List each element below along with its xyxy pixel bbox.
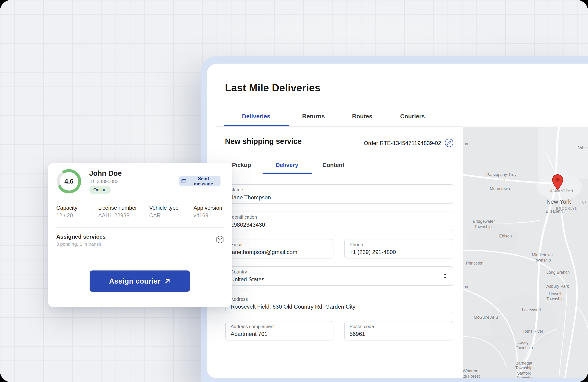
map-label: Hills (499, 178, 506, 182)
address-field-value: Roosevelt Field, 630 Old Country Rd, Gar… (231, 303, 355, 310)
map-label: Barnegat (515, 361, 532, 365)
screenshot-stage: Last Mile Deliveries Deliveries Returns … (0, 0, 588, 382)
tab-couriers[interactable]: Couriers (400, 113, 425, 120)
envelope-icon (181, 179, 186, 183)
email-field-label: Email (231, 242, 242, 247)
courier-id: ID. 348950831 (89, 179, 121, 184)
stat-license-value: AAHL-22938 (98, 212, 129, 218)
identification-field-label: Identification (231, 215, 257, 220)
map-label: on (463, 284, 468, 289)
country-select-value: United States (231, 276, 264, 282)
status-badge: Online (89, 186, 111, 194)
name-field-value: Jane Thompson (231, 194, 271, 201)
address-complement-field-label: Address complement (231, 324, 275, 329)
package-icon (216, 235, 224, 244)
map-label: Long Branch (546, 270, 570, 275)
subtab-content[interactable]: Content (322, 162, 345, 168)
address-field-label: Address (231, 297, 248, 302)
order-number: Order RTE-1345471194839-02 (364, 139, 441, 146)
subtabs-divider (216, 174, 462, 174)
send-message-button[interactable]: Send message (179, 176, 220, 186)
map-label: Stafford (517, 371, 531, 375)
map-label: Asbury Park (546, 284, 569, 289)
map-label: Middletown (532, 252, 553, 257)
identification-field[interactable]: Identification 29802343430 (225, 211, 453, 231)
map-label: Lacey (518, 340, 529, 344)
section-divider (216, 153, 462, 153)
screenshot-root: Last Mile Deliveries Deliveries Returns … (0, 0, 588, 382)
address-field[interactable]: Address Roosevelt Field, 630 Old Country… (225, 294, 453, 313)
postal-code-field-label: Postal code (350, 324, 374, 329)
email-field[interactable]: Email janethompson@gmail.com (225, 239, 333, 259)
assigned-services-title: Assigned services (56, 233, 106, 240)
map-label: Lakewood (522, 307, 541, 312)
tab-deliveries[interactable]: Deliveries (242, 113, 270, 120)
courier-name: John Doe (89, 169, 122, 178)
active-tab-underline (224, 125, 289, 126)
map-label: Township (534, 258, 551, 262)
section-title: New shipping service (225, 137, 302, 146)
stats-divider (93, 205, 93, 219)
courier-card: 4.6 John Doe ID. 348950831 Online Send m… (48, 163, 232, 307)
map-label: Township (546, 297, 564, 301)
phone-field-label: Phone (350, 242, 363, 247)
map-label: Township (516, 345, 533, 350)
country-select[interactable]: Country United States (225, 266, 453, 286)
edit-order-icon[interactable] (445, 138, 454, 147)
stat-appversion-value: v4169 (193, 212, 208, 218)
map-label: on (463, 142, 468, 146)
tab-returns[interactable]: Returns (302, 113, 325, 120)
tabs-divider (216, 126, 462, 127)
address-complement-field-value: Apartment 701 (231, 331, 268, 337)
phone-field[interactable]: Phone +1 (239) 291-4800 (344, 239, 453, 259)
map-pin[interactable] (552, 174, 563, 191)
stat-capacity-label: Capacity (56, 205, 77, 211)
map-label: Township (474, 224, 492, 229)
arrow-up-right-icon (164, 278, 171, 284)
map-label: Wharton (463, 369, 479, 373)
map-label: McGuire AFB (474, 315, 498, 320)
stat-vehicle-value: CAR (149, 212, 161, 218)
page-title: Last Mile Deliveries (225, 82, 321, 94)
assign-courier-button[interactable]: Assign courier (90, 270, 190, 292)
subtab-pickup[interactable]: Pickup (232, 162, 251, 168)
map-label: Toms River (523, 329, 543, 333)
address-complement-field[interactable]: Address complement Apartment 701 (225, 321, 333, 341)
map-panel[interactable]: on White Parsippany-Troy Hills Morristow… (463, 127, 588, 378)
map-label: Township (515, 365, 532, 370)
tab-routes[interactable]: Routes (352, 113, 373, 120)
subtab-delivery[interactable]: Delivery (276, 162, 298, 168)
map-label: Morristown (490, 186, 510, 191)
identification-field-value: 29802343430 (231, 221, 265, 228)
map-label: ate Forest (463, 374, 480, 378)
map-label: Elizabeth (546, 209, 563, 214)
card-divider (56, 227, 224, 228)
map-label: Princeton (466, 261, 483, 265)
map-label: Howell (549, 291, 561, 296)
map-label: Parsippany-Troy (486, 172, 516, 177)
map-label: QUEE (582, 200, 588, 204)
map-label-city: New York (546, 198, 571, 205)
postal-code-field[interactable]: Postal code 56961 (344, 321, 453, 341)
stat-vehicle-label: Vehicle type (149, 205, 179, 211)
email-field-value: janethompson@gmail.com (231, 249, 297, 255)
courier-rating: 4.6 (56, 168, 82, 194)
app-window: Last Mile Deliveries Deliveries Returns … (207, 64, 588, 378)
stat-license-label: License number (98, 205, 137, 211)
stat-appversion-label: App version (193, 205, 222, 211)
send-message-label: Send message (189, 176, 218, 187)
name-field[interactable]: Name Jane Thompson (225, 184, 453, 204)
postal-code-field-value: 56961 (350, 331, 365, 337)
select-chevrons-icon (443, 273, 448, 279)
assign-courier-label: Assign courier (109, 277, 161, 285)
map-label: White (578, 146, 588, 150)
map-label: Bridgewater (473, 219, 495, 224)
assigned-services-subtitle: 3 pending, 1 in transit (56, 242, 101, 247)
stat-capacity-value: 12 / 20 (56, 212, 73, 218)
name-field-label: Name (231, 187, 243, 192)
order-row: Order RTE-1345471194839-02 (364, 138, 454, 148)
map-label: Edison (499, 234, 512, 238)
phone-field-value: +1 (239) 291-4800 (350, 249, 396, 255)
country-select-label: Country (231, 269, 247, 275)
map-label: Township (516, 376, 534, 378)
